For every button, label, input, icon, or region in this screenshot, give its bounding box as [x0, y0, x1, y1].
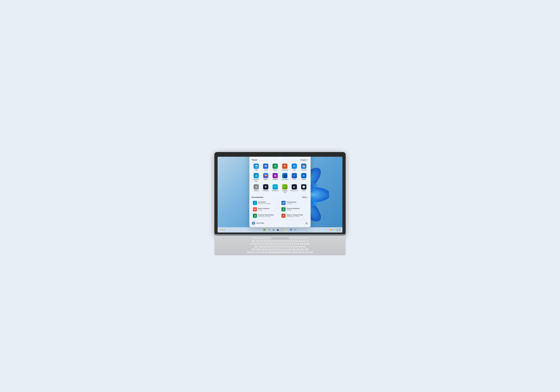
key-i[interactable]: I — [284, 243, 288, 245]
key-f10[interactable]: F10 — [292, 237, 296, 240]
key-enter[interactable]: ↵ — [304, 243, 310, 245]
key-v[interactable]: V — [272, 249, 276, 251]
key-d[interactable]: D — [271, 246, 275, 248]
key-j[interactable]: J — [287, 246, 290, 248]
app-calendar[interactable]: 📅 Calendar — [300, 163, 308, 172]
key-r[interactable]: R — [269, 243, 272, 245]
key-fn[interactable]: fn — [253, 251, 257, 254]
key-ctrl-l[interactable]: ctrl — [247, 251, 253, 254]
key-q[interactable]: Q — [257, 243, 260, 245]
key-shift-l[interactable]: shift — [251, 249, 260, 251]
key-backspace[interactable]: ⌫ — [303, 240, 309, 243]
key-del[interactable]: del — [304, 237, 307, 240]
key-arrow-l[interactable]: ← — [298, 251, 301, 254]
key-win[interactable]: ⊞ — [257, 251, 261, 254]
key-semicolon[interactable]: ; — [299, 246, 302, 248]
app-clock[interactable]: 🕐 Clock — [300, 183, 308, 194]
app-excel[interactable]: X Excel — [271, 163, 280, 172]
key-quote[interactable]: ' — [303, 246, 306, 248]
key-h[interactable]: H — [283, 246, 286, 248]
app-snipping[interactable]: ✂ Snipping Tool — [280, 183, 289, 194]
app-msstore[interactable]: ⊞ Microsoft Store — [252, 172, 260, 183]
app-yourphone[interactable]: 📱 Your Phone — [280, 172, 289, 183]
key-t[interactable]: T — [272, 243, 276, 245]
power-button[interactable]: ⏻ — [305, 221, 308, 225]
rec-travel[interactable]: W Travel Itinerary 17m ago — [280, 200, 308, 206]
key-l[interactable]: L — [295, 246, 298, 248]
key-3[interactable]: 3 — [263, 240, 267, 243]
key-2[interactable]: 2 — [260, 240, 263, 243]
rec-expense[interactable]: X Expense Worksheet 12h ago — [280, 206, 308, 212]
key-s[interactable]: S — [267, 246, 271, 248]
key-equals[interactable]: = — [299, 240, 302, 243]
key-comma[interactable]: , — [288, 249, 292, 251]
app-movies[interactable]: ▶ Movies & TV — [290, 183, 299, 194]
key-slash[interactable]: / — [296, 249, 300, 251]
key-esc[interactable]: esc — [253, 237, 256, 240]
key-m[interactable]: M — [284, 249, 288, 251]
key-tab[interactable]: tab — [250, 243, 256, 245]
key-6[interactable]: 6 — [275, 240, 279, 243]
key-f3[interactable]: F3 — [265, 237, 268, 240]
key-k[interactable]: K — [291, 246, 294, 248]
key-arrow-u[interactable]: ↑ — [301, 251, 305, 254]
key-f[interactable]: F — [275, 246, 279, 248]
app-calculator[interactable]: 🖩 Calculator — [261, 183, 270, 194]
search-taskbar-button[interactable]: 🔍 — [267, 228, 271, 232]
key-f11[interactable]: F11 — [296, 237, 300, 240]
key-shift-r[interactable]: shift — [300, 249, 309, 251]
key-space[interactable] — [268, 251, 291, 254]
rec-adatum[interactable]: P Adatum Company Profile Yesterday at 1:… — [280, 213, 308, 219]
key-bracket-r[interactable]: ] — [300, 243, 303, 245]
edge-taskbar-button[interactable] — [289, 228, 293, 232]
key-caps[interactable]: caps — [254, 246, 263, 248]
key-1[interactable]: 1 — [256, 240, 259, 243]
rec-brand[interactable]: PDF Brand Guidelines 2h ago — [252, 206, 280, 212]
key-w[interactable]: W — [260, 243, 264, 245]
explorer-button[interactable]: 📁 — [285, 228, 288, 232]
key-arrow-d[interactable]: ↓ — [306, 251, 309, 254]
user-profile[interactable]: Sara Philips — [252, 221, 264, 225]
key-g[interactable]: G — [279, 246, 282, 248]
all-apps-button[interactable]: All apps › — [299, 159, 308, 161]
start-button[interactable] — [263, 228, 266, 232]
rec-get-started[interactable]: ✦ Get Started Welcome to Windows — [252, 200, 280, 206]
app-whiteboard[interactable]: ✏ Whiteboard — [271, 183, 280, 194]
key-arrow-r[interactable]: → — [310, 251, 313, 254]
key-b[interactable]: B — [276, 249, 280, 251]
key-n[interactable]: N — [280, 249, 284, 251]
key-f1[interactable]: F1 — [257, 237, 260, 240]
app-photos[interactable]: 🌄 Photos — [261, 172, 270, 183]
key-alt-r[interactable]: alt — [291, 251, 297, 254]
key-f12[interactable]: F12 — [300, 237, 303, 240]
app-powerpoint[interactable]: P PowerPoint — [280, 163, 289, 172]
key-u[interactable]: U — [280, 243, 284, 245]
app-todo[interactable]: ✓ To Do — [290, 172, 299, 183]
app-word[interactable]: W Word — [261, 163, 270, 172]
key-alt-l[interactable]: alt — [261, 251, 267, 254]
app-linkedin[interactable]: in LinkedIn — [300, 172, 308, 183]
key-4[interactable]: 4 — [267, 240, 271, 243]
key-backtick[interactable]: ` — [251, 240, 255, 243]
key-minus[interactable]: - — [295, 240, 298, 243]
app-onenote[interactable]: N OneNote — [271, 172, 280, 183]
store-taskbar-button[interactable]: 🛍 — [294, 228, 297, 232]
key-0[interactable]: 0 — [291, 240, 294, 243]
app-mail[interactable]: ✉ Mail — [290, 163, 299, 172]
key-p[interactable]: P — [292, 243, 296, 245]
key-z[interactable]: Z — [260, 249, 264, 251]
teams-button[interactable]: 💬 — [280, 228, 284, 232]
app-settings[interactable]: ⚙ Settings — [252, 183, 260, 194]
key-e[interactable]: E — [265, 243, 268, 245]
key-9[interactable]: 9 — [287, 240, 290, 243]
key-bracket-l[interactable]: [ — [296, 243, 300, 245]
key-5[interactable]: 5 — [271, 240, 275, 243]
key-8[interactable]: 8 — [283, 240, 287, 243]
key-x[interactable]: X — [265, 249, 268, 251]
key-y[interactable]: Y — [276, 243, 280, 245]
key-f2[interactable]: F2 — [260, 237, 264, 240]
widgets-button[interactable]: ▦ — [276, 228, 280, 232]
touchpad[interactable] — [271, 237, 289, 239]
key-7[interactable]: 7 — [279, 240, 283, 243]
app-edge[interactable]: Edge — [252, 163, 260, 172]
